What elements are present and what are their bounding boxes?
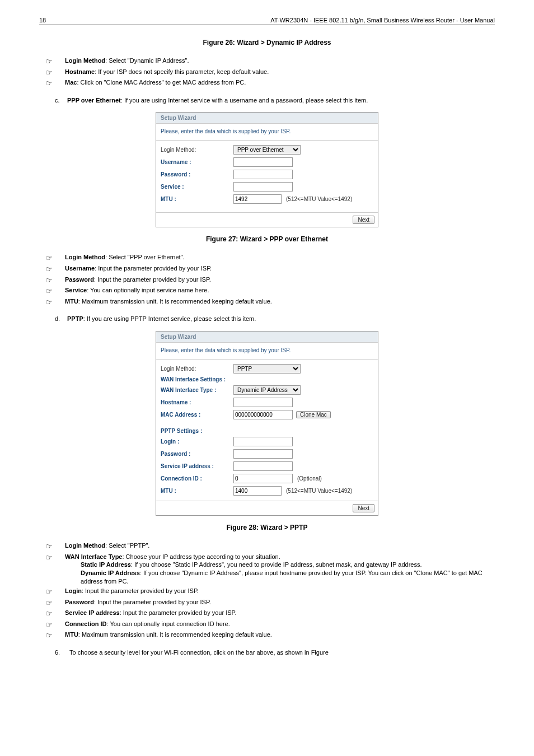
hand-icon: ☞: [46, 57, 65, 67]
hand-icon: ☞: [46, 264, 65, 274]
hand-icon: ☞: [46, 631, 65, 641]
service-ip-input[interactable]: [233, 461, 293, 471]
password-input[interactable]: [233, 170, 293, 179]
service-input[interactable]: [233, 182, 293, 192]
dialog-subtitle: Please, enter the data which is supplied…: [156, 124, 378, 141]
dialog-title: Setup Wizard: [156, 332, 378, 343]
hand-icon: ☞: [46, 253, 65, 263]
step-number: 6.: [55, 648, 69, 657]
service-ip-label: Service IP address :: [161, 463, 233, 469]
hand-icon: ☞: [46, 598, 65, 608]
bullet-item: Username: Input the parameter provided b…: [65, 264, 495, 274]
mtu-label: MTU :: [161, 488, 233, 494]
hand-icon: ☞: [46, 542, 65, 552]
bullet-item: Login Method: Select "Dynamic IP Address…: [65, 57, 495, 67]
bullet-item: Mac: Click on "Clone MAC Address" to get…: [65, 78, 495, 88]
login-method-select[interactable]: PPP over Ethernet: [233, 145, 301, 155]
username-label: Username :: [161, 159, 233, 165]
hand-icon: ☞: [46, 587, 65, 597]
username-input[interactable]: [233, 157, 293, 167]
next-button[interactable]: Next: [353, 504, 374, 512]
page-number: 18: [39, 17, 46, 24]
step-text: To choose a security level for your Wi-F…: [69, 648, 329, 657]
bullets-pppoe: ☞Login Method: Select "PPP over Ethernet…: [46, 253, 495, 307]
pptp-settings-label: PPTP Settings :: [161, 428, 233, 434]
hand-icon: ☞: [46, 620, 65, 630]
setup-wizard-pptp-dialog: Setup Wizard Please, enter the data whic…: [156, 331, 378, 516]
wan-settings-label: WAN Interface Settings :: [161, 376, 233, 382]
bullet-item: Login Method: Select "PPP over Ethernet"…: [65, 253, 495, 263]
hand-icon: ☞: [46, 78, 65, 88]
bullet-item: Hostname: If your ISP does not specify t…: [65, 68, 495, 78]
bullets-pptp: ☞Login Method: Select "PPTP". ☞ WAN Inte…: [46, 542, 495, 641]
step-letter: d.: [55, 315, 67, 323]
bullets-dynamic-ip: ☞Login Method: Select "Dynamic IP Addres…: [46, 57, 495, 88]
bullet-item-wan: WAN Interface Type: Choose your IP addre…: [65, 553, 495, 586]
password-label: Password :: [161, 451, 233, 457]
wan-type-label: WAN Interface Type :: [161, 387, 233, 393]
step-c: c. PPP over Ethernet: If you are using I…: [55, 96, 495, 105]
login-method-select[interactable]: PPTP: [233, 364, 301, 374]
mtu-input[interactable]: [233, 194, 282, 204]
mtu-label: MTU :: [161, 196, 233, 202]
step-6: 6. To choose a security level for your W…: [55, 648, 495, 657]
clone-mac-button[interactable]: Clone Mac: [296, 411, 331, 418]
bullet-item: Login Method: Select "PPTP".: [65, 542, 495, 552]
step-text: PPP over Ethernet: If you are using Inte…: [67, 96, 368, 105]
bullet-item: MTU: Maximum transmission unit. It is re…: [65, 631, 495, 641]
setup-wizard-ppp-dialog: Setup Wizard Please, enter the data whic…: [156, 112, 378, 227]
figure-26-caption: Figure 26: Wizard > Dynamic IP Address: [39, 39, 495, 46]
wan-type-select[interactable]: Dynamic IP Address: [233, 385, 301, 395]
bullet-item: Connection ID: You can optionally input …: [65, 620, 495, 630]
step-d: d. PPTP: If you are using PPTP Internet …: [55, 315, 495, 323]
login-input[interactable]: [233, 437, 293, 446]
connection-id-hint: (Optional): [297, 475, 322, 482]
dialog-title: Setup Wizard: [156, 113, 378, 124]
connection-id-input[interactable]: [233, 474, 293, 483]
login-method-label: Login Method:: [161, 147, 233, 153]
dialog-subtitle: Please, enter the data which is supplied…: [156, 343, 378, 360]
hand-icon: ☞: [46, 609, 65, 619]
mac-address-input[interactable]: [233, 410, 293, 419]
bullet-item: MTU: Maximum transmission unit. It is re…: [65, 297, 495, 307]
next-button[interactable]: Next: [353, 216, 374, 224]
hand-icon: ☞: [46, 276, 65, 286]
mtu-hint: (512<=MTU Value<=1492): [286, 196, 352, 202]
hostname-label: Hostname :: [161, 399, 233, 405]
manual-title: AT-WR2304N - IEEE 802.11 b/g/n, Small Bu…: [270, 17, 495, 24]
password-label: Password :: [161, 171, 233, 178]
login-label: Login :: [161, 438, 233, 445]
hand-icon: ☞: [46, 68, 65, 78]
login-method-label: Login Method:: [161, 366, 233, 372]
hand-icon: ☞: [46, 553, 65, 586]
hand-icon: ☞: [46, 297, 65, 307]
step-text: PPTP: If you are using PPTP Internet ser…: [67, 315, 256, 323]
mtu-hint: (512<=MTU Value<=1492): [286, 488, 352, 494]
mac-address-label: MAC Address :: [161, 412, 233, 418]
figure-28-caption: Figure 28: Wizard > PPTP: [39, 524, 495, 531]
bullet-item: Password: Input the parameter provided b…: [65, 276, 495, 286]
step-letter: c.: [55, 96, 67, 105]
page-header: 18 AT-WR2304N - IEEE 802.11 b/g/n, Small…: [39, 17, 495, 25]
bullet-item: Password: Input the parameter provided b…: [65, 598, 495, 608]
hostname-input[interactable]: [233, 398, 293, 407]
bullet-item: Login: Input the parameter provided by y…: [65, 587, 495, 597]
bullet-item: Service IP address: Input the parameter …: [65, 609, 495, 619]
hand-icon: ☞: [46, 286, 65, 296]
mtu-input[interactable]: [233, 486, 282, 496]
password-input[interactable]: [233, 449, 293, 459]
connection-id-label: Connection ID :: [161, 475, 233, 482]
bullet-item: Service: You can optionally input servic…: [65, 286, 495, 296]
service-label: Service :: [161, 184, 233, 190]
figure-27-caption: Figure 27: Wizard > PPP over Ethernet: [39, 235, 495, 243]
